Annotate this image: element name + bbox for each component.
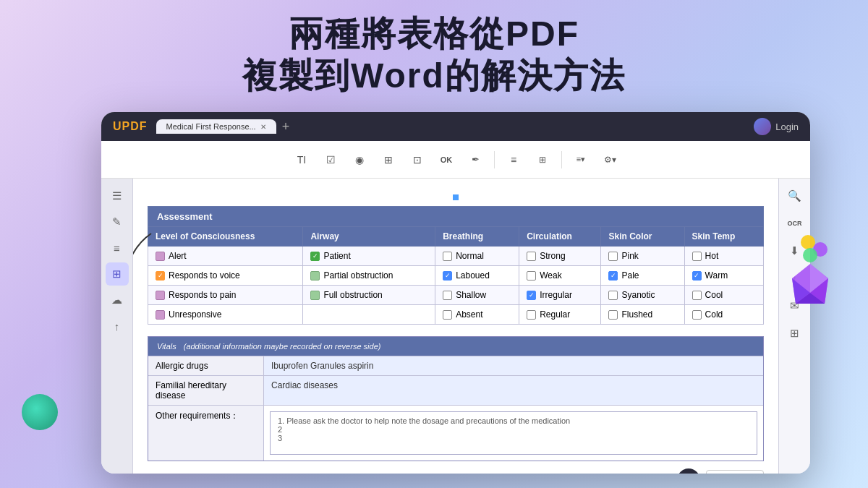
accent-dot [453,194,459,200]
checkbox-regular[interactable] [527,310,536,320]
color-dots-decoration [797,231,833,270]
sidebar-table-icon[interactable]: ⊞ [106,262,129,286]
checkbox-partial[interactable] [310,271,320,281]
grid-tool-button[interactable]: ⊞ [529,147,556,173]
checkbox-full[interactable] [310,291,320,300]
airway-partial: Partial obstruction [303,266,435,286]
temp-hot: Hot [684,247,763,266]
tab-name: Medical First Response... [166,122,256,131]
list-tool-button[interactable]: ⊡ [404,147,430,173]
login-label: Login [775,121,799,132]
checkbox-normal[interactable] [443,252,452,261]
content-area: Assessment Level of Consciousness Airway… [133,179,778,474]
label-strong: Strong [540,251,565,261]
other-value-area: 1. Please ask the doctor to help note th… [264,406,763,461]
label-cool: Cool [705,290,723,300]
breathing-shallow: Shallow [435,286,519,305]
checkbox-alert[interactable] [156,252,165,261]
label-laboured: Laboued [456,270,490,281]
checkbox-laboured[interactable]: ✓ [443,271,452,281]
assessment-table: Assessment Level of Consciousness Airway… [148,206,764,325]
temp-warm: ✓ Warm [684,266,763,286]
circ-strong: Strong [519,247,601,266]
checkbox-responds-pain[interactable] [156,291,165,300]
checkbox-shallow[interactable] [443,291,452,300]
ok-tool-button[interactable]: OK [433,147,459,173]
label-hot: Hot [705,251,719,261]
new-tab-icon[interactable]: + [276,119,296,134]
airway-patient: ✓ Patient [303,247,435,266]
checkbox-warm[interactable]: ✓ [692,271,702,281]
breathing-absent: Absent [435,305,519,325]
col-skintemp: Skin Temp [684,227,763,247]
label-patient: Patient [323,251,350,261]
loc-responds-pain: Responds to pain [148,286,303,305]
login-button[interactable]: Login [754,118,799,135]
sidebar-upload-icon[interactable]: ↑ [106,314,129,338]
grid-right-icon[interactable]: ⊞ [783,322,807,345]
checkbox-flushed[interactable] [608,310,618,320]
other-item-3: 3 [278,434,749,442]
other-textarea[interactable]: 1. Please ask the doctor to help note th… [270,411,757,455]
checkbox-absent[interactable] [443,310,452,320]
text-tool-button[interactable]: TI [289,147,315,173]
other-label: Other requirements： [148,406,264,461]
checkbox-unresponsive[interactable] [156,310,165,320]
app-tab[interactable]: Medical First Response... ✕ [156,119,276,134]
checkbox-tool-button[interactable]: ☑ [318,147,344,173]
temp-cool: Cool [684,286,763,305]
col-breathing: Breathing [435,227,519,247]
left-sidebar: ☰ ✎ ≡ ⊞ ☁ ↑ [101,179,133,474]
skin-pale: ✓ Pale [601,266,684,286]
search-right-icon[interactable]: 🔍 [783,184,807,207]
loc-alert: Alert [148,247,303,266]
label-normal: Normal [456,251,484,261]
checkbox-hot[interactable] [692,252,702,261]
other-item-2: 2 [278,425,749,434]
record-button[interactable] [677,468,700,474]
checkbox-irregular[interactable]: ✓ [527,291,536,300]
sidebar-menu-icon[interactable]: ☰ [106,184,129,207]
settings-tool-button[interactable]: ⚙▾ [597,147,623,173]
label-syanotic: Syanotic [621,290,655,300]
title-line2: 複製到Word的解決方法 [0,55,868,97]
sign-tool-button[interactable]: ✒ [462,147,488,173]
page-select[interactable]: Page 1 [706,470,764,474]
hereditary-label: Familial hereditary disease [148,376,264,405]
title-area: 兩種將表格從PDF 複製到Word的解決方法 [0,0,868,105]
radio-tool-button[interactable]: ◉ [346,147,373,173]
checkbox-responds-voice[interactable]: ✓ [156,271,165,281]
checkbox-strong[interactable] [527,252,536,261]
col-loc: Level of Consciousness [148,227,303,247]
sidebar-edit-icon[interactable]: ✎ [106,210,129,234]
vitals-section: Vitals (additional information maybe rec… [148,336,764,461]
bottom-controls: Page 1 [148,468,764,474]
airway-empty [303,305,435,325]
align-tool-button[interactable]: ≡▾ [568,147,594,173]
label-cold: Cold [705,309,723,320]
checkbox-pale[interactable]: ✓ [608,271,618,281]
sidebar-list-icon[interactable]: ≡ [106,236,129,260]
toolbar-separator2 [561,151,562,168]
label-pink: Pink [621,251,638,261]
loc-unresponsive: Unresponsive [148,305,303,325]
checkbox-cool[interactable] [692,291,702,300]
tab-close-icon[interactable]: ✕ [260,123,266,131]
skin-syanotic: Syanotic [601,286,684,305]
hereditary-value: Cardiac diseases [264,376,763,405]
skin-pink: Pink [601,247,684,266]
checkbox-cold[interactable] [692,310,702,320]
label-unresponsive: Unresponsive [169,309,221,320]
checkbox-patient[interactable]: ✓ [310,252,320,261]
label-alert: Alert [169,251,187,261]
view-tool-button[interactable]: ≡ [501,147,527,173]
circ-weak: Weak [519,266,601,286]
form-tool-button[interactable]: ⊞ [375,147,401,173]
col-airway: Airway [303,227,435,247]
checkbox-syanotic[interactable] [608,291,618,300]
sidebar-cloud-icon[interactable]: ☁ [106,288,129,312]
label-weak: Weak [540,270,561,281]
checkbox-weak[interactable] [527,271,536,281]
checkbox-pink[interactable] [608,252,618,261]
col-skincolor: Skin Color [601,227,684,247]
